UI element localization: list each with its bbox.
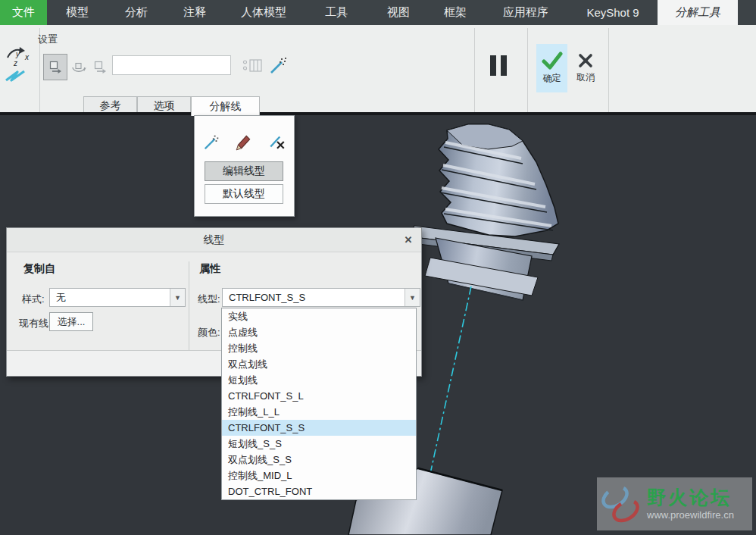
svg-text:x: x — [24, 53, 30, 61]
menu-analysis[interactable]: 分析 — [108, 0, 165, 25]
menu-file[interactable]: 文件 — [0, 0, 47, 25]
color-label: 颜色: — [198, 326, 220, 339]
menu-explode-tools[interactable]: 分解工具 — [658, 0, 738, 25]
delete-line-icon — [268, 133, 286, 151]
ok-button[interactable]: 确定 — [536, 44, 567, 92]
model-threaded-part — [407, 124, 559, 300]
translate-icon — [48, 60, 63, 74]
svg-text:y: y — [15, 50, 20, 58]
explode-line-panel-icons — [195, 133, 294, 151]
pencil-icon — [235, 133, 253, 151]
explode-line[interactable] — [430, 286, 471, 474]
explode-axes-icon: y z x — [5, 45, 36, 86]
move-copy-button[interactable] — [90, 56, 111, 77]
move-copy-icon — [93, 60, 108, 74]
dropdown-item[interactable]: 控制线_L_L — [222, 404, 416, 420]
translate-component-button[interactable] — [43, 54, 67, 80]
cancel-label: 取消 — [576, 71, 595, 84]
pause-button[interactable] — [487, 55, 510, 77]
menu-annotate[interactable]: 注释 — [165, 0, 224, 25]
dialog-title: 线型 — [204, 233, 225, 247]
select-existing-line-button[interactable]: 选择... — [49, 312, 93, 331]
dropdown-item[interactable]: 双点划线 — [222, 356, 416, 372]
line-font-combobox[interactable]: CTRLFONT_S_S ▼ — [222, 288, 420, 307]
menu-view[interactable]: 视图 — [370, 0, 427, 25]
create-explode-line-button[interactable] — [267, 54, 289, 77]
dialog-titlebar[interactable]: 线型 — [7, 228, 421, 252]
menu-tools[interactable]: 工具 — [303, 0, 370, 25]
style-combobox[interactable]: 无 ▼ — [49, 288, 186, 307]
rotate-component-button[interactable] — [68, 56, 89, 77]
dropdown-item[interactable]: 双点划线_S_S — [222, 452, 416, 468]
create-line-button[interactable] — [202, 133, 220, 151]
ok-label: 确定 — [543, 72, 561, 85]
edit-line-style-button[interactable]: 编辑线型 — [205, 161, 283, 181]
default-line-style-button[interactable]: 默认线型 — [205, 184, 283, 204]
forum-watermark: 野火论坛 www.proewildfire.cn — [597, 477, 752, 530]
edit-line-button[interactable] — [235, 133, 253, 151]
pause-icon — [490, 55, 496, 76]
menu-applications[interactable]: 应用程序 — [483, 0, 568, 25]
dropdown-item-selected[interactable]: CTRLFONT_S_S — [222, 420, 416, 436]
chevron-down-icon[interactable]: ▼ — [170, 289, 185, 306]
x-icon — [578, 53, 593, 68]
menu-framework[interactable]: 框架 — [427, 0, 483, 25]
existing-line-label: 现有线: — [19, 317, 52, 330]
rotate-icon — [71, 60, 86, 74]
watermark-text: 野火论坛 www.proewildfire.cn — [647, 487, 734, 521]
style-label: 样式: — [22, 293, 45, 306]
copy-from-header: 复制自 — [23, 262, 55, 276]
ribbon: y z x 设置 — [0, 25, 756, 115]
dropdown-item[interactable]: DOT_CTRL_FONT — [222, 483, 416, 499]
line-font-combobox-value: CTRLFONT_S_S — [223, 292, 405, 303]
style-combobox-value: 无 — [50, 291, 170, 305]
watermark-title: 野火论坛 — [647, 487, 734, 507]
ribbon-divider — [474, 28, 475, 112]
dialog-close-button[interactable]: ✕ — [401, 233, 415, 246]
ribbon-bottom-edge — [0, 112, 756, 115]
chevron-down-icon[interactable]: ▼ — [405, 289, 420, 306]
ribbon-divider — [527, 28, 528, 112]
menu-model[interactable]: 模型 — [47, 0, 108, 25]
tab-explode-lines[interactable]: 分解线 — [191, 96, 260, 116]
explode-line-panel: 编辑线型 默认线型 — [194, 115, 295, 217]
dropdown-item[interactable]: 短划线 — [222, 372, 416, 388]
ribbon-divider — [608, 28, 609, 112]
line-font-label: 线型: — [198, 293, 220, 306]
dropdown-item[interactable]: 控制线 — [222, 340, 416, 356]
dialog-divider — [189, 261, 189, 351]
check-icon — [542, 52, 563, 70]
dropdown-item[interactable]: 控制线_MID_L — [222, 468, 416, 483]
pause-icon — [501, 55, 507, 76]
menu-keyshot[interactable]: KeyShot 9 — [568, 0, 658, 25]
wand-line-icon — [268, 55, 288, 75]
settings-group-label: 设置 — [38, 33, 58, 46]
svg-text:z: z — [13, 59, 17, 67]
cancel-button[interactable]: 取消 — [570, 45, 601, 91]
delete-line-button[interactable] — [268, 133, 286, 151]
dropdown-item[interactable]: CTRLFONT_S_L — [222, 388, 416, 404]
explode-view-button[interactable]: y z x — [4, 44, 37, 88]
properties-header: 属性 — [199, 262, 220, 276]
reference-collector-input[interactable] — [112, 55, 231, 75]
dropdown-item[interactable]: 实线 — [222, 308, 416, 324]
forum-logo — [597, 480, 644, 527]
component-table-button[interactable] — [241, 57, 264, 74]
table-columns-icon — [242, 58, 263, 73]
line-font-dropdown-list: 实线 点虚线 控制线 双点划线 短划线 CTRLFONT_S_L 控制线_L_L… — [221, 308, 417, 500]
menubar: 文件 模型 分析 注释 人体模型 工具 视图 框架 应用程序 KeyShot 9… — [0, 0, 756, 25]
dropdown-item[interactable]: 短划线_S_S — [222, 436, 416, 452]
wand-line-icon — [202, 133, 220, 151]
dropdown-item[interactable]: 点虚线 — [222, 324, 416, 340]
watermark-url: www.proewildfire.cn — [647, 509, 734, 521]
menu-manikin[interactable]: 人体模型 — [224, 0, 303, 25]
app-window: 文件 模型 分析 注释 人体模型 工具 视图 框架 应用程序 KeyShot 9… — [0, 0, 756, 535]
